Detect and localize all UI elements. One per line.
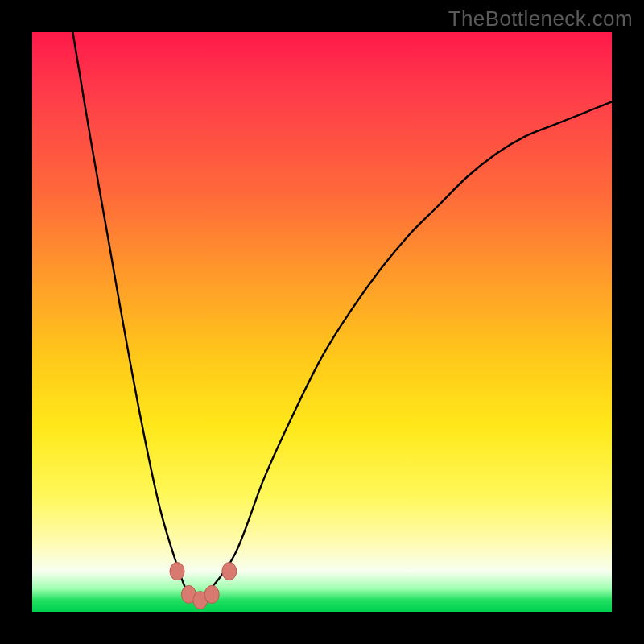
plot-area xyxy=(32,32,612,612)
trough-marker-3 xyxy=(204,585,219,603)
left-min-marker xyxy=(170,563,184,580)
marker-group xyxy=(170,563,237,609)
watermark-text: TheBottleneck.com xyxy=(448,6,633,31)
right-min-marker xyxy=(222,563,237,580)
bottleneck-curve xyxy=(72,32,612,601)
curve-layer xyxy=(32,32,612,612)
chart-frame: TheBottleneck.com xyxy=(0,0,644,644)
